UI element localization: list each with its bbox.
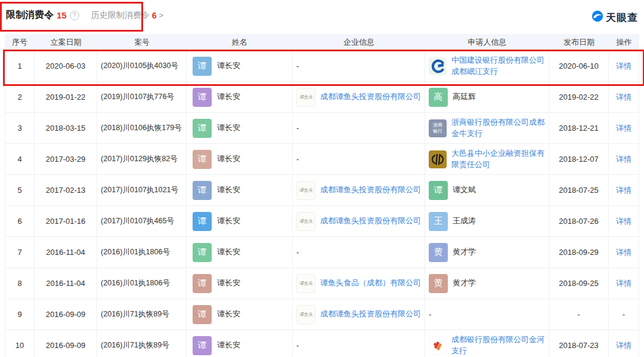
tanyutou-logo-text: 谭鱼头 [299, 218, 313, 224]
publish-date-cell: 2018-12-21 [549, 113, 609, 143]
detail-link[interactable]: 详情 [616, 61, 631, 72]
company-link[interactable]: 谭鱼头食品（成都）有限公司 [320, 278, 421, 289]
company-link[interactable]: 成都谭鱼头投资股份有限公司 [320, 91, 421, 103]
applicant-company-link[interactable]: 大邑县中小企业融资担保有限责任公司 [451, 148, 549, 171]
applicant-name: 黄才学 [453, 247, 476, 258]
case-number-cell: (2020)川0105执4030号 [97, 51, 187, 81]
chengdu-logo-icon [429, 337, 447, 355]
column-header: 案号 [97, 38, 187, 48]
applicant-name: 黄才学 [453, 278, 476, 289]
applicant-info-cell: 王王成涛 [425, 206, 549, 236]
company-info-cell: - [293, 144, 425, 174]
tanyutou-logo-icon: 谭鱼头 [296, 305, 315, 324]
applicant-info-cell: - [425, 299, 549, 330]
action-cell: 详情 [609, 237, 639, 267]
company-link[interactable]: 成都谭鱼头投资股份有限公司 [320, 309, 421, 320]
filing-date-cell: 2016-09-09 [35, 299, 97, 330]
person-avatar: 谭 [193, 150, 212, 169]
filing-date-cell: 2016-11-04 [35, 268, 97, 298]
history-count-badge: 6 [152, 11, 157, 20]
filing-date-cell: 2017-03-29 [35, 144, 97, 174]
chevron-right-icon: > [159, 11, 163, 20]
publish-date-cell: 2018-12-07 [549, 144, 609, 174]
tanyutou-logo-text: 谭鱼头 [299, 94, 313, 100]
filing-date-cell: 2020-06-03 [35, 51, 97, 81]
case-number-cell: (2016)川71执恢89号 [97, 299, 187, 330]
company-info-cell: 谭鱼头谭鱼头食品（成都）有限公司 [293, 268, 425, 298]
person-name-cell: 谭谭长安 [187, 113, 293, 143]
action-cell: 详情 [609, 268, 639, 298]
company-info-cell: - [293, 237, 425, 267]
column-header: 立案日期 [35, 37, 97, 48]
row-index-cell: 3 [5, 113, 35, 143]
case-number-cell: (2016)川01执1806号 [97, 237, 187, 267]
history-orders-link[interactable]: 历史限制消费令 6 > [91, 10, 163, 21]
applicant-company-link[interactable]: 中国建设银行股份有限公司成都岷江支行 [451, 55, 549, 78]
ccb-logo-icon [429, 57, 447, 75]
zheshang-logo-text: 浙商 [433, 122, 442, 128]
detail-link[interactable]: 详情 [616, 92, 631, 103]
person-name-cell: 谭谭长安 [187, 299, 293, 330]
tianyancha-eye-icon [592, 10, 603, 24]
person-name-cell: 谭谭长安 [187, 268, 293, 298]
restriction-orders-table: 序号立案日期案号姓名企业信息申请人信息发布日期操作 12020-06-03(20… [5, 34, 639, 357]
company-info-cell: - [293, 51, 425, 81]
company-info-cell: 谭鱼头成都谭鱼头投资股份有限公司 [293, 82, 425, 112]
company-info-cell: 谭鱼头成都谭鱼头投资股份有限公司 [293, 299, 425, 330]
detail-link[interactable]: 详情 [616, 123, 631, 134]
column-header: 姓名 [187, 37, 293, 48]
applicant-info-cell: 高高廷辉 [425, 82, 549, 112]
company-link[interactable]: 成都谭鱼头投资股份有限公司 [320, 216, 421, 227]
row-index-cell: 2 [5, 82, 35, 112]
person-name-cell: 谭谭长安 [187, 237, 293, 267]
applicant-company-link[interactable]: 浙商银行股份有限公司成都金牛支行 [451, 117, 549, 140]
applicant-company-link[interactable]: 成都银行股份有限公司金河支行 [451, 334, 549, 357]
applicant-info-cell: 谭谭文斌 [425, 175, 549, 205]
person-name: 谭长安 [217, 216, 240, 227]
applicant-name: 高廷辉 [453, 91, 476, 103]
filing-date-cell: 2018-03-15 [35, 113, 97, 143]
detail-link[interactable]: 详情 [616, 278, 631, 289]
filing-date-cell: 2019-01-22 [35, 82, 97, 112]
case-number-cell: (2017)川0129执恢82号 [97, 144, 187, 174]
section-header: 限制消费令 15 ? 历史限制消费令 6 > [6, 9, 163, 21]
detail-link[interactable]: 详情 [616, 340, 631, 351]
company-info-cell: - [293, 330, 425, 357]
row-index-cell: 7 [5, 237, 35, 267]
publish-date-cell: 2019-02-22 [549, 82, 609, 112]
table-row: 22019-01-22(2019)川0107执776号谭谭长安谭鱼头成都谭鱼头投… [5, 82, 639, 113]
applicant-avatar: 黄 [429, 274, 448, 293]
person-name-cell: 谭谭长安 [187, 330, 293, 357]
help-icon[interactable]: ? [70, 11, 79, 20]
row-index-cell: 10 [5, 330, 35, 357]
action-cell: 详情 [609, 82, 639, 112]
person-name-cell: 谭谭长安 [187, 82, 293, 112]
applicant-info-cell: 中国建设银行股份有限公司成都岷江支行 [425, 51, 549, 81]
detail-link[interactable]: 详情 [616, 185, 631, 196]
case-number-cell: (2017)川0107执465号 [97, 206, 187, 236]
person-avatar: 谭 [193, 305, 212, 324]
person-name-cell: 谭谭长安 [187, 51, 293, 81]
tanyutou-logo-text: 谭鱼头 [299, 312, 313, 318]
publish-date-cell: 2018-09-25 [549, 268, 609, 298]
applicant-avatar: 高 [429, 88, 448, 107]
applicant-info-cell: 大邑县中小企业融资担保有限责任公司 [425, 144, 549, 174]
company-link[interactable]: 成都谭鱼头投资股份有限公司 [320, 184, 421, 196]
company-info-cell: - [293, 113, 425, 143]
filing-date-cell: 2017-01-16 [35, 206, 97, 236]
zheshang-logo-text: 银行 [433, 128, 442, 134]
publish-date-cell: 2018-09-29 [549, 237, 609, 267]
table-row: 42017-03-29(2017)川0129执恢82号谭谭长安-大邑县中小企业融… [5, 144, 639, 175]
tanyutou-logo-icon: 谭鱼头 [296, 212, 315, 231]
history-orders-label: 历史限制消费令 [91, 10, 150, 21]
detail-link[interactable]: 详情 [616, 154, 631, 165]
row-index-cell: 8 [5, 268, 35, 298]
detail-link[interactable]: 详情 [616, 216, 631, 227]
action-cell: - [609, 299, 639, 330]
person-name-cell: 谭谭长安 [187, 175, 293, 205]
detail-link[interactable]: 详情 [616, 247, 631, 258]
applicant-info-cell: 黄黄才学 [425, 237, 549, 267]
row-index-cell: 5 [5, 175, 35, 205]
dayi-logo-icon [429, 150, 447, 168]
case-number-cell: (2017)川0107执1021号 [97, 175, 187, 205]
